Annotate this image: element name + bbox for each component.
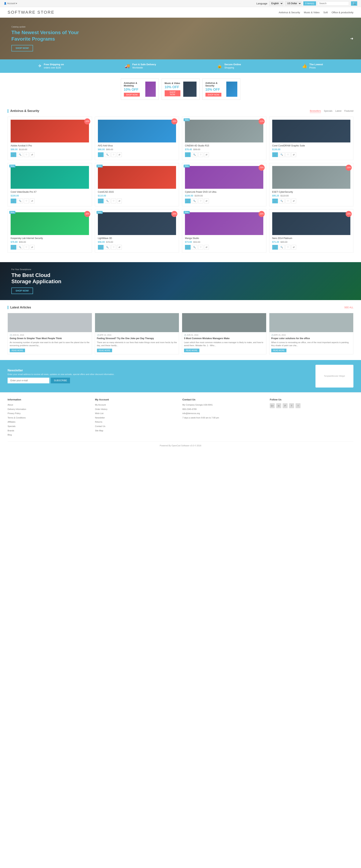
footer-link-affiliates[interactable]: Affiliates: [8, 420, 91, 424]
wishlist-11[interactable]: ♡: [285, 245, 291, 250]
add-to-cart-3[interactable]: 🛒: [272, 152, 278, 157]
compare-4[interactable]: ⇄: [30, 198, 34, 203]
add-to-cart-6[interactable]: 🛒: [185, 198, 191, 203]
newsletter-subscribe-button[interactable]: SUBSCRIBE: [51, 378, 70, 383]
promo-shop-btn-0[interactable]: SHOP NOW: [124, 93, 140, 97]
add-to-cart-1[interactable]: 🛒: [98, 152, 103, 157]
footer-link-wishlist[interactable]: Wish List: [95, 412, 179, 415]
footer-link-brands[interactable]: Brands: [8, 429, 91, 432]
wishlist-3[interactable]: ♡: [285, 152, 291, 157]
social-twitter[interactable]: T: [289, 403, 294, 408]
compare-0[interactable]: ⇄: [30, 152, 34, 157]
language-select[interactable]: English: [269, 1, 283, 6]
footer-link-blog[interactable]: Blog: [8, 433, 91, 437]
footer-link-terms[interactable]: Terms & Conditions: [8, 416, 91, 420]
currency-select[interactable]: US Dollar: [285, 1, 301, 6]
footer-link-privacy[interactable]: Privacy Policy: [8, 412, 91, 415]
read-more-btn-0[interactable]: READ MORE: [10, 349, 25, 352]
quick-view-8[interactable]: 🔍: [17, 245, 23, 250]
quick-view-3[interactable]: 🔍: [279, 152, 284, 157]
compare-10[interactable]: ⇄: [204, 245, 209, 250]
see-all-link[interactable]: SEE ALL: [344, 306, 353, 309]
wishlist-7[interactable]: ♡: [285, 198, 291, 203]
footer-link-newsletter[interactable]: Newsletter: [95, 416, 179, 420]
add-to-cart-0[interactable]: 🛒: [11, 152, 16, 157]
read-more-btn-2[interactable]: READ MORE: [184, 349, 199, 352]
tab-specials[interactable]: Specials: [324, 109, 332, 113]
hero-shop-button[interactable]: SHOP NOW!: [11, 45, 33, 52]
social-facebook[interactable]: f: [296, 403, 300, 408]
cart-button[interactable]: 0 item(s): [303, 1, 316, 5]
compare-6[interactable]: ⇄: [204, 198, 209, 203]
footer-link-about[interactable]: About: [8, 403, 91, 407]
nav-soft[interactable]: Soft: [324, 10, 328, 15]
compare-9[interactable]: ⇄: [117, 245, 122, 250]
product-badge-10: New: [184, 211, 190, 214]
footer-link-orderhistory[interactable]: Order History: [95, 408, 179, 411]
quick-view-11[interactable]: 🔍: [279, 245, 284, 250]
wishlist-1[interactable]: ♡: [111, 152, 116, 157]
hero-next-arrow[interactable]: ➜: [350, 36, 353, 41]
quick-view-6[interactable]: 🔍: [191, 198, 197, 203]
search-input[interactable]: [318, 1, 349, 5]
wishlist-5[interactable]: ♡: [111, 198, 116, 203]
wishlist-6[interactable]: ♡: [198, 198, 203, 203]
hero2-shop-button[interactable]: SHOP NOW!: [11, 287, 33, 294]
wishlist-10[interactable]: ♡: [198, 245, 203, 250]
social-gplus[interactable]: G+: [270, 403, 275, 408]
nav-music[interactable]: Music & Video: [304, 10, 320, 15]
add-to-cart-5[interactable]: 🛒: [98, 198, 103, 203]
compare-5[interactable]: ⇄: [117, 198, 122, 203]
footer-link-specials[interactable]: Specials: [8, 425, 91, 428]
search-button[interactable]: 🔍: [351, 1, 357, 6]
add-to-cart-9[interactable]: 🛒: [98, 245, 103, 250]
nav-antivirus[interactable]: Antivirus & Security: [279, 10, 300, 15]
compare-11[interactable]: ⇄: [291, 245, 296, 250]
footer-link-sitemap[interactable]: Site Map: [95, 429, 179, 432]
quick-view-4[interactable]: 🔍: [17, 198, 23, 203]
add-to-cart-4[interactable]: 🛒: [11, 198, 16, 203]
quick-view-1[interactable]: 🔍: [104, 152, 110, 157]
compare-8[interactable]: ⇄: [30, 245, 34, 250]
compare-7[interactable]: ⇄: [291, 198, 296, 203]
footer-link-delivery[interactable]: Delivery Information: [8, 408, 91, 411]
add-to-cart-2[interactable]: 🛒: [185, 152, 191, 157]
tab-featured[interactable]: Featured: [344, 109, 353, 113]
quick-view-5[interactable]: 🔍: [104, 198, 110, 203]
wishlist-4[interactable]: ♡: [24, 198, 29, 203]
footer-link-returns[interactable]: Returns: [95, 420, 179, 424]
product-name-2: CINEMA 4D Studio R15: [185, 144, 263, 147]
footer-link-contact[interactable]: Contact Us: [95, 425, 179, 428]
quick-view-10[interactable]: 🔍: [191, 245, 197, 250]
read-more-btn-1[interactable]: READ MORE: [97, 349, 112, 352]
add-to-cart-10[interactable]: 🛒: [185, 245, 191, 250]
compare-1[interactable]: ⇄: [117, 152, 122, 157]
quick-view-7[interactable]: 🔍: [279, 198, 284, 203]
newsletter-email-input[interactable]: [8, 378, 49, 383]
quick-view-9[interactable]: 🔍: [104, 245, 110, 250]
wishlist-2[interactable]: ♡: [198, 152, 203, 157]
promo-shop-btn-1[interactable]: SHOP NOW: [165, 90, 181, 96]
product-actions-0: 🛒 🔍 ♡ ⇄: [11, 152, 89, 157]
product-price-8: $76.80 $96.00: [11, 241, 89, 243]
promo-shop-btn-2[interactable]: SHOP NOW: [206, 93, 221, 97]
wishlist-8[interactable]: ♡: [24, 245, 29, 250]
add-to-cart-8[interactable]: 🛒: [11, 245, 16, 250]
compare-2[interactable]: ⇄: [204, 152, 209, 157]
add-to-cart-7[interactable]: 🛒: [272, 198, 278, 203]
add-to-cart-11[interactable]: 🛒: [272, 245, 278, 250]
footer-link-myaccount[interactable]: My Account: [95, 403, 179, 407]
product-name-4: Corel VideoStudio Pro X7: [11, 191, 89, 193]
tab-latest[interactable]: Latest: [335, 109, 341, 113]
wishlist-9[interactable]: ♡: [111, 245, 116, 250]
wishlist-0[interactable]: ♡: [24, 152, 29, 157]
account-menu[interactable]: 👤 Account ▾: [4, 2, 17, 5]
compare-3[interactable]: ⇄: [291, 152, 296, 157]
social-linkedin[interactable]: in: [276, 403, 281, 408]
nav-office[interactable]: Office & productivity: [332, 10, 353, 15]
read-more-btn-3[interactable]: READ MORE: [271, 349, 287, 352]
quick-view-0[interactable]: 🔍: [17, 152, 23, 157]
social-pinterest[interactable]: P: [283, 403, 288, 408]
quick-view-2[interactable]: 🔍: [191, 152, 197, 157]
tab-bestsellers[interactable]: Bestsellers: [310, 109, 321, 113]
